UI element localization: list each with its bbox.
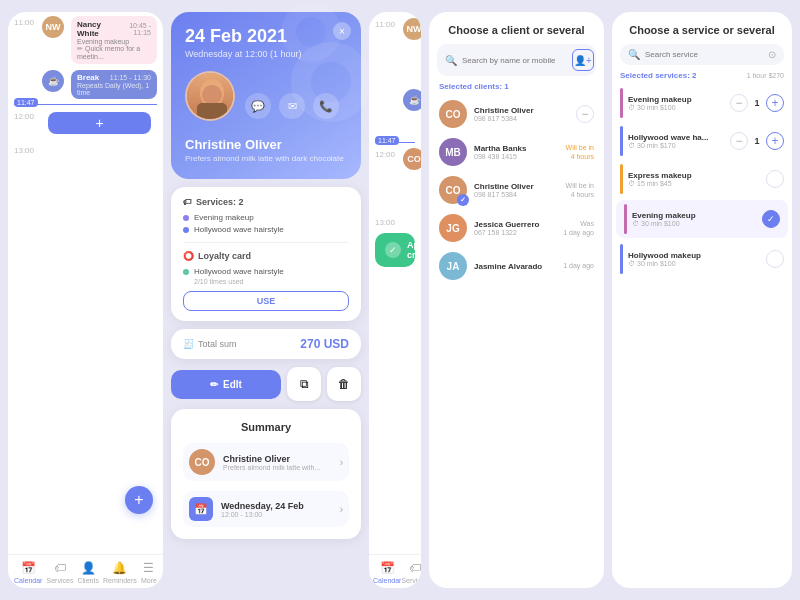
client-search-input[interactable] xyxy=(462,56,567,65)
client-avatar-4: JG xyxy=(439,214,467,242)
right-cal-row-break: ☕ Break 11:15 - 11:30 Repeats Daily (Wed… xyxy=(369,87,421,139)
right-break-avatar: ☕ xyxy=(403,89,421,111)
right-nancy-avatar: NW xyxy=(403,18,421,40)
client-name-4: Jessica Guerrero xyxy=(474,220,556,229)
remove-client-1[interactable]: − xyxy=(576,105,594,123)
client-item-5[interactable]: JA Jasmine Alvarado 1 day ago xyxy=(429,247,604,285)
right-cal-row-11: 11:00 NW Nancy White 10:45 - 11:15 Eveni… xyxy=(369,16,421,85)
client-chooser-panel: Choose a client or several 🔍 👤+ Selected… xyxy=(429,12,604,588)
cal-row-break: ☕ Break 11:15 - 11:30 Repeats Daily (Wed… xyxy=(8,68,163,101)
dot-purple xyxy=(183,215,189,221)
client-chooser-title: Choose a client or several xyxy=(429,12,604,44)
summary-title: Summary xyxy=(183,421,349,433)
current-time-row: 11:47 xyxy=(8,101,163,108)
edit-button[interactable]: ✏ EdIt xyxy=(171,370,281,399)
nav-more[interactable]: ☰ More xyxy=(141,561,157,584)
modal-close-btn[interactable]: × xyxy=(333,22,351,40)
modal-day-time: Wednesday at 12:00 (1 hour) xyxy=(185,49,347,59)
service-item-2: Hollywood wave hairstyle xyxy=(183,225,349,234)
service-name-2: Hollywood wave hairstyle xyxy=(194,225,284,234)
client-phone-1: 098 817 5384 xyxy=(474,115,569,122)
nav-reminders[interactable]: 🔔 Reminders xyxy=(103,561,137,584)
right-christine-event[interactable]: CO Christine Oliver 12:00 - 13:00 Low bu… xyxy=(403,148,421,206)
stepper-minus-1[interactable]: − xyxy=(730,94,748,112)
client-item-4[interactable]: JG Jessica Guerrero 067 158 1322 Was1 da… xyxy=(429,209,604,247)
use-loyalty-btn[interactable]: USE xyxy=(183,291,349,311)
sum-icon: 🧾 xyxy=(183,339,194,349)
right-time-indicator: 11:47 xyxy=(375,142,415,143)
right-nav-services[interactable]: 🏷 Services xyxy=(401,561,421,584)
nav-clients-label: Clients xyxy=(78,577,99,584)
svc-name-3: Express makeup xyxy=(628,171,761,180)
summary-client-info: Christine Oliver Prefers almond milk lat… xyxy=(223,454,320,471)
nav-calendar[interactable]: 📅 Calendar xyxy=(14,561,42,584)
dot-blue xyxy=(183,227,189,233)
services-section-title: 🏷 Services: 2 xyxy=(183,197,349,207)
viber-icon[interactable]: 💬 xyxy=(245,93,271,119)
service-info-1: Evening makeup ⏱30 min $100 xyxy=(628,95,725,111)
add-client-button[interactable]: 👤+ xyxy=(572,49,594,71)
selected-services-info: Selected services: 2 1 hour $270 xyxy=(612,71,792,84)
nancy-note: ✏ Quick memo for a meetin... xyxy=(77,45,151,60)
summary-client-row[interactable]: CO Christine Oliver Prefers almond milk … xyxy=(183,443,349,481)
summary-card: Summary CO Christine Oliver Prefers almo… xyxy=(171,409,361,539)
client-item-3[interactable]: CO Christine Oliver 098 817 5384 Will be… xyxy=(429,171,604,209)
check-circle-icon: ✓ xyxy=(385,242,401,258)
service-info-3: Express makeup ⏱15 min $45 xyxy=(628,171,761,187)
stepper-plus-2[interactable]: + xyxy=(766,132,784,150)
summary-date-info: Wednesday, 24 Feb 12:00 - 13:00 xyxy=(221,501,304,518)
loyalty-icon: ⭕ xyxy=(183,251,194,261)
chevron-right-icon: › xyxy=(340,457,343,468)
cal-break-event: ☕ Break 11:15 - 11:30 Repeats Daily (Wed… xyxy=(42,70,157,99)
search-svc-icon: 🔍 xyxy=(628,49,640,60)
right-time-12: 12:00 xyxy=(375,150,403,159)
client-modal-avatar xyxy=(185,71,235,121)
nav-clients[interactable]: 👤 Clients xyxy=(78,561,99,584)
cal-row-13: 13:00 xyxy=(8,142,163,157)
cal-event-nancy[interactable]: NW Nancy White 10:45 - 11:15 Evening mak… xyxy=(42,16,157,64)
service-chooser-panel: Choose a service or several 🔍 ⊙ Selected… xyxy=(612,12,792,588)
fab-add-button[interactable]: + xyxy=(125,486,153,514)
service-row-1: Evening makeup ⏱30 min $100 − 1 + xyxy=(612,84,792,122)
copy-button[interactable]: ⧉ xyxy=(287,367,321,401)
service-info-5: Hollywood makeup ⏱30 min $100 xyxy=(628,251,761,267)
time-label-12: 12:00 xyxy=(14,112,42,121)
stepper-minus-2[interactable]: − xyxy=(730,132,748,150)
service-search-input[interactable] xyxy=(645,50,763,59)
nav-services[interactable]: 🏷 Services xyxy=(47,561,74,584)
more-icon: ☰ xyxy=(143,561,154,575)
divider1 xyxy=(183,242,349,243)
summary-client-avatar: CO xyxy=(189,449,215,475)
clients-icon: 👤 xyxy=(81,561,96,575)
service-color-3 xyxy=(620,164,623,194)
total-amount: 270 USD xyxy=(300,337,349,351)
radio-3[interactable] xyxy=(766,170,784,188)
add-slot-area: + xyxy=(42,110,157,136)
delete-button[interactable]: 🗑 xyxy=(327,367,361,401)
nav-more-label: More xyxy=(141,577,157,584)
selected-services-detail: 1 hour $270 xyxy=(747,72,784,79)
radio-5[interactable] xyxy=(766,250,784,268)
right-cal-icon: 📅 xyxy=(380,561,395,575)
client-avatar-5: JA xyxy=(439,252,467,280)
client-item-2[interactable]: MB Martha Banks 098 438 1415 Will be in4… xyxy=(429,133,604,171)
service-search-row[interactable]: 🔍 ⊙ xyxy=(620,44,784,65)
summary-date-row[interactable]: 📅 Wednesday, 24 Feb 12:00 - 13:00 › xyxy=(183,491,349,527)
filter-icon[interactable]: ⊙ xyxy=(768,49,776,60)
radio-4[interactable] xyxy=(762,210,780,228)
right-nancy-event[interactable]: NW Nancy White 10:45 - 11:15 Evening mak… xyxy=(403,18,421,83)
stepper-plus-1[interactable]: + xyxy=(766,94,784,112)
time-label-11: 11:00 xyxy=(14,18,42,27)
right-nav-calendar[interactable]: 📅 Calendar xyxy=(373,561,401,584)
service-color-5 xyxy=(620,244,623,274)
summary-time: 12:00 - 13:00 xyxy=(221,511,304,518)
add-appointment-btn[interactable]: + xyxy=(48,112,151,134)
client-info-4: Jessica Guerrero 067 158 1322 xyxy=(474,220,556,236)
svc-detail-3: ⏱15 min $45 xyxy=(628,180,761,187)
client-status-5: 1 day ago xyxy=(563,261,594,270)
client-name-1: Christine Oliver xyxy=(474,106,569,115)
client-info-5: Jasmine Alvarado xyxy=(474,262,556,271)
service-color-1 xyxy=(620,88,623,118)
client-item-1[interactable]: CO Christine Oliver 098 817 5384 − xyxy=(429,95,604,133)
client-search-row[interactable]: 🔍 👤+ xyxy=(437,44,596,76)
